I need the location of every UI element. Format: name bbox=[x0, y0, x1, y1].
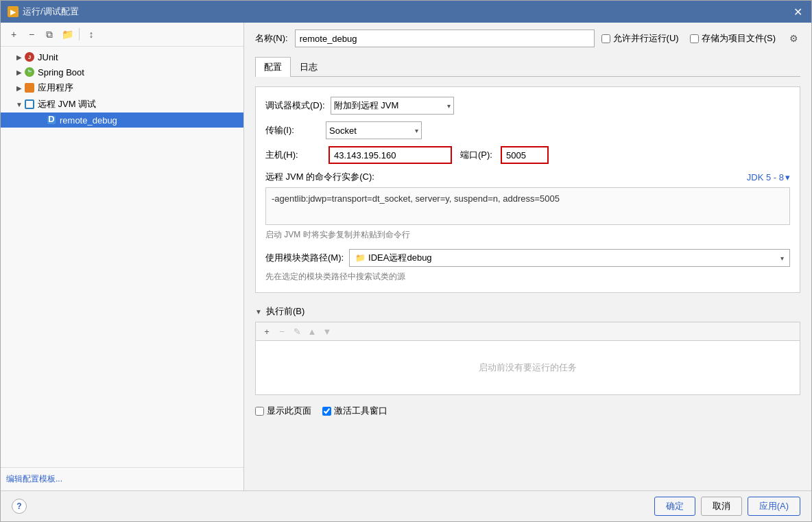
transport-dropdown[interactable]: Socket ▾ bbox=[326, 121, 422, 139]
jvm-args-box: -agentlib:jdwp=transport=dt_socket, serv… bbox=[265, 187, 790, 225]
parallel-run-checkbox-label[interactable]: 允许并行运行(U) bbox=[601, 32, 679, 45]
copy-config-button[interactable]: ⧉ bbox=[42, 27, 57, 42]
remotedebug-icon: D bbox=[46, 115, 57, 126]
tree-item-springboot[interactable]: ▶ 🍃 Spring Boot bbox=[1, 64, 243, 80]
bl-add-button[interactable]: + bbox=[260, 324, 274, 338]
remotejvm-icon bbox=[24, 99, 35, 110]
show-page-checkbox[interactable] bbox=[255, 407, 264, 416]
port-label: 端口(P): bbox=[460, 149, 492, 161]
before-launch-header: ▼ 执行前(B) bbox=[255, 305, 800, 318]
debugger-mode-row: 调试器模式(D): 附加到远程 JVM ▾ bbox=[265, 97, 790, 115]
tabs-row: 配置 日志 bbox=[255, 57, 800, 77]
main-content: + − ⧉ 📁 ↕ ▶ J JUnit ▶ bbox=[1, 23, 811, 490]
tree-label-remotedebug: remote_debug bbox=[60, 115, 117, 126]
tree-label-application: 应用程序 bbox=[38, 82, 73, 94]
tree-label-springboot: Spring Boot bbox=[38, 67, 84, 78]
transport-arrow: ▾ bbox=[415, 127, 418, 134]
parallel-run-label: 允许并行运行(U) bbox=[613, 32, 679, 45]
host-port-row: 主机(H): 端口(P): bbox=[265, 146, 790, 164]
jdk-link-text: JDK 5 - 8 bbox=[747, 172, 784, 182]
activate-tool-window-label[interactable]: 激活工具窗口 bbox=[322, 405, 387, 417]
before-launch-arrow[interactable]: ▼ bbox=[255, 308, 262, 316]
before-launch-section: ▼ 执行前(B) + − ✎ ▲ ▼ 启动前没有要运行的任务 bbox=[255, 305, 800, 395]
before-launch-toolbar: + − ✎ ▲ ▼ bbox=[255, 322, 800, 340]
activate-tool-window-checkbox[interactable] bbox=[322, 407, 331, 416]
tree-item-remotedebug[interactable]: D remote_debug bbox=[1, 112, 243, 128]
name-input[interactable] bbox=[295, 29, 595, 47]
name-label: 名称(N): bbox=[255, 32, 288, 45]
application-icon bbox=[24, 82, 35, 93]
tree-arrow-springboot: ▶ bbox=[14, 67, 24, 77]
debugger-mode-dropdown[interactable]: 附加到远程 JVM ▾ bbox=[331, 97, 454, 115]
tree-item-application[interactable]: ▶ 应用程序 bbox=[1, 80, 243, 96]
bl-edit-button[interactable]: ✎ bbox=[290, 324, 304, 338]
footer-right: 确定 取消 应用(A) bbox=[654, 497, 800, 516]
footer-left: ? bbox=[12, 499, 27, 514]
sort-button[interactable]: ↕ bbox=[84, 27, 99, 42]
jdk-link-arrow: ▾ bbox=[785, 172, 790, 182]
remove-config-button[interactable]: − bbox=[24, 27, 39, 42]
save-project-checkbox[interactable] bbox=[690, 34, 699, 43]
no-tasks-text: 启动前没有要运行的任务 bbox=[479, 361, 577, 374]
module-value: IDEA远程debug bbox=[368, 252, 432, 264]
host-label: 主机(H): bbox=[265, 149, 320, 161]
tab-log[interactable]: 日志 bbox=[291, 57, 326, 77]
tab-config[interactable]: 配置 bbox=[255, 57, 291, 77]
parallel-run-checkbox[interactable] bbox=[601, 34, 610, 43]
jvm-args-value: -agentlib:jdwp=transport=dt_socket, serv… bbox=[272, 193, 560, 204]
tree-item-junit[interactable]: ▶ J JUnit bbox=[1, 49, 243, 64]
apply-button[interactable]: 应用(A) bbox=[748, 497, 800, 516]
transport-value: Socket bbox=[329, 126, 357, 136]
edit-templates-link[interactable]: 编辑配置模板... bbox=[6, 474, 62, 484]
transport-label: 传输(I): bbox=[265, 124, 320, 137]
sidebar-footer: 编辑配置模板... bbox=[1, 467, 243, 490]
gear-button[interactable]: ⚙ bbox=[787, 32, 800, 45]
tree-arrow-application: ▶ bbox=[14, 83, 24, 93]
cancel-button[interactable]: 取消 bbox=[701, 497, 742, 516]
port-input[interactable] bbox=[501, 146, 549, 164]
tree-arrow-remotejvm: ▼ bbox=[14, 99, 24, 109]
config-tree: ▶ J JUnit ▶ 🍃 Spring Boot ▶ bbox=[1, 47, 243, 467]
bl-remove-button[interactable]: − bbox=[275, 324, 289, 338]
right-panel: 名称(N): 允许并行运行(U) 存储为项目文件(S) ⚙ 配置 bbox=[244, 23, 811, 490]
show-page-text: 显示此页面 bbox=[267, 405, 311, 417]
close-button[interactable]: ✕ bbox=[791, 5, 804, 19]
transport-row: 传输(I): Socket ▾ bbox=[265, 121, 790, 139]
tree-arrow-remotedebug bbox=[36, 115, 46, 125]
bottom-checkboxes: 显示此页面 激活工具窗口 bbox=[255, 405, 800, 417]
dialog-title: 运行/调试配置 bbox=[23, 5, 79, 18]
host-input[interactable] bbox=[329, 146, 452, 164]
svg-text:D: D bbox=[48, 115, 54, 124]
bl-down-button[interactable]: ▼ bbox=[320, 324, 334, 338]
sidebar: + − ⧉ 📁 ↕ ▶ J JUnit ▶ bbox=[1, 23, 244, 490]
springboot-icon: 🍃 bbox=[24, 67, 35, 78]
options-row: 允许并行运行(U) 存储为项目文件(S) ⚙ bbox=[601, 32, 800, 45]
tree-item-remotejvm[interactable]: ▼ 远程 JVM 调试 bbox=[1, 96, 243, 112]
add-config-button[interactable]: + bbox=[6, 27, 21, 42]
debugger-mode-arrow: ▾ bbox=[447, 102, 451, 110]
config-panel: 调试器模式(D): 附加到远程 JVM ▾ 传输(I): Socket ▾ bbox=[255, 86, 800, 293]
save-project-label: 存储为项目文件(S) bbox=[702, 32, 776, 45]
tree-label-remotejvm: 远程 JVM 调试 bbox=[38, 98, 96, 110]
help-button[interactable]: ? bbox=[12, 499, 27, 514]
tree-arrow-junit: ▶ bbox=[14, 52, 24, 62]
debugger-mode-label: 调试器模式(D): bbox=[265, 99, 325, 112]
sidebar-toolbar: + − ⧉ 📁 ↕ bbox=[1, 23, 243, 47]
jvm-args-header: 远程 JVM 的命令行实参(C): JDK 5 - 8 ▾ bbox=[265, 171, 790, 183]
module-label: 使用模块类路径(M): bbox=[265, 252, 344, 264]
jdk-link[interactable]: JDK 5 - 8 ▾ bbox=[747, 172, 790, 182]
debugger-mode-value: 附加到远程 JVM bbox=[334, 99, 399, 112]
save-project-checkbox-label[interactable]: 存储为项目文件(S) bbox=[690, 32, 776, 45]
folder-button[interactable]: 📁 bbox=[60, 27, 75, 42]
before-launch-box: 启动前没有要运行的任务 bbox=[255, 340, 800, 395]
show-page-label[interactable]: 显示此页面 bbox=[255, 405, 311, 417]
ok-button[interactable]: 确定 bbox=[654, 497, 695, 516]
bl-up-button[interactable]: ▲ bbox=[305, 324, 319, 338]
dialog-footer: ? 确定 取消 应用(A) bbox=[1, 490, 811, 521]
title-bar-left: ▶ 运行/调试配置 bbox=[8, 5, 79, 18]
module-row: 使用模块类路径(M): 📁 IDEA远程debug ▾ bbox=[265, 249, 790, 267]
junit-icon: J bbox=[24, 51, 35, 62]
module-dropdown[interactable]: 📁 IDEA远程debug ▾ bbox=[349, 249, 790, 267]
title-bar: ▶ 运行/调试配置 ✕ bbox=[1, 1, 811, 23]
module-hint: 先在选定的模块类路径中搜索试类的源 bbox=[265, 271, 790, 283]
